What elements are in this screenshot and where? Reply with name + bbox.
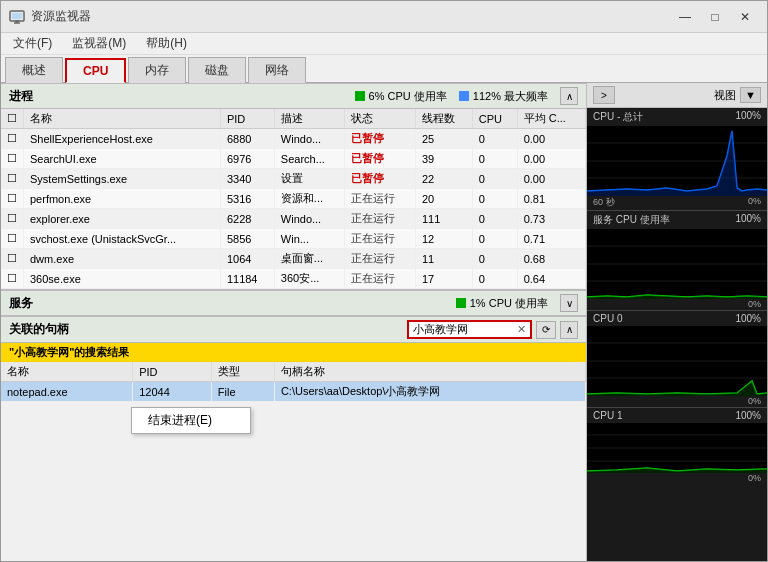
services-cpu-label: 1% CPU 使用率: [470, 296, 548, 311]
handles-col-type[interactable]: 类型: [211, 362, 274, 382]
graph-cpu1: CPU 1 100% 0%: [587, 408, 767, 484]
proc-name: 360se.exe: [24, 269, 221, 289]
row-checkbox[interactable]: ☐: [1, 269, 24, 289]
services-expand-button[interactable]: ∨: [560, 294, 578, 312]
close-button[interactable]: ✕: [731, 5, 759, 29]
proc-threads: 39: [415, 149, 472, 169]
search-box-container: ✕ ⟳ ∧: [407, 320, 578, 339]
handles-col-name[interactable]: 名称: [1, 362, 133, 382]
col-desc[interactable]: 描述: [274, 109, 345, 129]
tab-cpu[interactable]: CPU: [65, 58, 126, 83]
menu-file[interactable]: 文件(F): [5, 33, 60, 54]
app-icon: [9, 9, 25, 25]
proc-threads: 111: [415, 209, 472, 229]
graph-cpu1-time: 0%: [587, 473, 767, 484]
graph-time-label: 60 秒 0%: [587, 196, 767, 210]
table-row[interactable]: ☐ SystemSettings.exe 3340 设置 已暂停 22 0 0.…: [1, 169, 586, 189]
right-panel: > 视图 ▼ CPU - 总计 100%: [587, 83, 767, 561]
proc-avg: 0.00: [517, 129, 585, 149]
blue-indicator: [459, 91, 469, 101]
table-row[interactable]: notepad.exe 12044 File C:\Users\aa\Deskt…: [1, 382, 586, 402]
handles-section: 关联的句柄 ✕ ⟳ ∧ "小高教学网"的搜索结果: [1, 316, 586, 561]
proc-avg: 0.00: [517, 149, 585, 169]
proc-cpu: 0: [472, 209, 517, 229]
row-checkbox[interactable]: ☐: [1, 229, 24, 249]
handle-handlename: C:\Users\aa\Desktop\小高教学网: [274, 382, 585, 402]
proc-desc: 资源和...: [274, 189, 345, 209]
proc-pid: 3340: [220, 169, 274, 189]
main-window: 资源监视器 — □ ✕ 文件(F) 监视器(M) 帮助(H) 概述 CPU 内存…: [0, 0, 768, 562]
table-row[interactable]: ☐ ShellExperienceHost.exe 6880 Windo... …: [1, 129, 586, 149]
handles-expand-button[interactable]: ∧: [560, 321, 578, 339]
table-row[interactable]: ☐ SearchUI.exe 6976 Search... 已暂停 39 0 0…: [1, 149, 586, 169]
handles-col-pid[interactable]: PID: [133, 362, 212, 382]
proc-cpu: 0: [472, 129, 517, 149]
processes-table-container: ☐ 名称 PID 描述 状态 线程数 CPU 平均 C...: [1, 109, 586, 289]
col-status[interactable]: 状态: [345, 109, 416, 129]
row-checkbox[interactable]: ☐: [1, 149, 24, 169]
search-result-label: "小高教学网"的搜索结果: [1, 343, 586, 362]
menu-monitor[interactable]: 监视器(M): [64, 33, 134, 54]
services-header: 服务 1% CPU 使用率 ∨: [1, 290, 586, 316]
graph-cpu1-area: [587, 423, 767, 473]
proc-avg: 0.71: [517, 229, 585, 249]
proc-name: ShellExperienceHost.exe: [24, 129, 221, 149]
view-select-button[interactable]: ▼: [740, 87, 761, 103]
handle-type: File: [211, 382, 274, 402]
graph-service-time: 0%: [587, 299, 767, 310]
col-cpu[interactable]: CPU: [472, 109, 517, 129]
col-threads[interactable]: 线程数: [415, 109, 472, 129]
processes-header: 进程 6% CPU 使用率 112% 最大频率 ∧: [1, 83, 586, 109]
processes-section: 进程 6% CPU 使用率 112% 最大频率 ∧: [1, 83, 586, 289]
table-row[interactable]: ☐ explorer.exe 6228 Windo... 正在运行 111 0 …: [1, 209, 586, 229]
context-menu-end-process[interactable]: 结束进程(E): [132, 408, 250, 433]
proc-avg: 0.73: [517, 209, 585, 229]
table-row[interactable]: ☐ 360se.exe 11184 360安... 正在运行 17 0 0.64: [1, 269, 586, 289]
col-name[interactable]: 名称: [24, 109, 221, 129]
table-row[interactable]: ☐ perfmon.exe 5316 资源和... 正在运行 20 0 0.81: [1, 189, 586, 209]
table-row[interactable]: ☐ svchost.exe (UnistackSvcGr... 5856 Win…: [1, 229, 586, 249]
col-avg[interactable]: 平均 C...: [517, 109, 585, 129]
maximize-button[interactable]: □: [701, 5, 729, 29]
col-checkbox: ☐: [1, 109, 24, 129]
menu-help[interactable]: 帮助(H): [138, 33, 195, 54]
title-bar: 资源监视器 — □ ✕: [1, 1, 767, 33]
tab-memory[interactable]: 内存: [128, 57, 186, 83]
proc-avg: 0.00: [517, 169, 585, 189]
col-pid[interactable]: PID: [220, 109, 274, 129]
table-row[interactable]: ☐ dwm.exe 1064 桌面窗... 正在运行 11 0 0.68: [1, 249, 586, 269]
proc-status: 正在运行: [345, 189, 416, 209]
proc-desc: 桌面窗...: [274, 249, 345, 269]
proc-status: 已暂停: [345, 149, 416, 169]
proc-pid: 5856: [220, 229, 274, 249]
processes-expand-button[interactable]: ∧: [560, 87, 578, 105]
search-go-button[interactable]: ⟳: [536, 321, 556, 339]
right-nav-button[interactable]: >: [593, 86, 615, 104]
search-clear-button[interactable]: ✕: [517, 323, 526, 336]
proc-threads: 25: [415, 129, 472, 149]
freq-label: 112% 最大频率: [473, 89, 548, 104]
window-title: 资源监视器: [31, 8, 91, 25]
row-checkbox[interactable]: ☐: [1, 209, 24, 229]
view-dropdown-icon: ▼: [745, 89, 756, 101]
handles-search-input[interactable]: [413, 324, 513, 336]
services-title: 服务: [9, 295, 33, 312]
row-checkbox[interactable]: ☐: [1, 169, 24, 189]
tab-overview[interactable]: 概述: [5, 57, 63, 83]
minimize-button[interactable]: —: [671, 5, 699, 29]
handles-col-handlename[interactable]: 句柄名称: [274, 362, 585, 382]
processes-table: ☐ 名称 PID 描述 状态 线程数 CPU 平均 C...: [1, 109, 586, 289]
proc-pid: 1064: [220, 249, 274, 269]
tab-network[interactable]: 网络: [248, 57, 306, 83]
row-checkbox[interactable]: ☐: [1, 129, 24, 149]
proc-name: SystemSettings.exe: [24, 169, 221, 189]
row-checkbox[interactable]: ☐: [1, 249, 24, 269]
graph-cpu0-time: 0%: [587, 396, 767, 407]
graph-cpu0-area: [587, 326, 767, 396]
row-checkbox[interactable]: ☐: [1, 189, 24, 209]
proc-name: SearchUI.exe: [24, 149, 221, 169]
graph-cpu0: CPU 0 100% 0%: [587, 311, 767, 407]
proc-threads: 11: [415, 249, 472, 269]
tab-disk[interactable]: 磁盘: [188, 57, 246, 83]
cpu-usage-indicator: 6% CPU 使用率: [355, 89, 447, 104]
